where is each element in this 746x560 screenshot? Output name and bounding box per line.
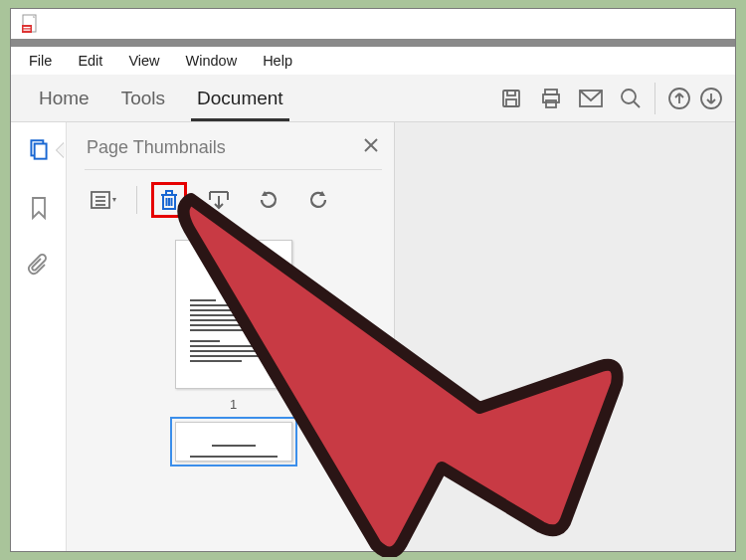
thumbnail-list[interactable]: 1 bbox=[85, 222, 382, 551]
document-area[interactable] bbox=[395, 122, 735, 551]
menu-edit[interactable]: Edit bbox=[78, 53, 102, 69]
tab-home[interactable]: Home bbox=[23, 75, 105, 121]
svg-point-11 bbox=[622, 90, 636, 103]
svg-rect-3 bbox=[24, 30, 31, 31]
email-button[interactable] bbox=[571, 79, 611, 118]
print-button[interactable] bbox=[531, 79, 571, 118]
tab-tools[interactable]: Tools bbox=[105, 75, 181, 121]
titlebar-divider bbox=[11, 39, 735, 47]
next-page-button[interactable] bbox=[699, 79, 723, 118]
thumbnail-options-button[interactable] bbox=[87, 182, 122, 218]
bookmarks-rail-button[interactable] bbox=[21, 190, 57, 226]
thumbnail-page-1-label: 1 bbox=[175, 397, 292, 412]
close-panel-button[interactable] bbox=[362, 136, 380, 159]
menu-window[interactable]: Window bbox=[186, 53, 238, 69]
svg-rect-25 bbox=[166, 191, 172, 195]
rotate-cw-button[interactable] bbox=[300, 182, 336, 218]
thumbnail-page-2[interactable] bbox=[175, 422, 292, 462]
search-button[interactable] bbox=[611, 79, 651, 118]
thumb-toolbar-separator bbox=[136, 186, 137, 214]
thumbnails-panel: Page Thumbnails bbox=[67, 122, 395, 551]
svg-rect-9 bbox=[546, 100, 556, 107]
titlebar bbox=[11, 9, 735, 39]
svg-rect-1 bbox=[22, 25, 32, 33]
svg-rect-2 bbox=[24, 27, 31, 28]
menu-file[interactable]: File bbox=[29, 53, 52, 69]
page-preview-1 bbox=[175, 240, 292, 389]
menu-view[interactable]: View bbox=[128, 53, 159, 69]
app-pdf-icon bbox=[21, 14, 41, 34]
svg-rect-6 bbox=[506, 99, 516, 106]
panel-title: Page Thumbnails bbox=[87, 137, 226, 158]
thumbnails-rail-button[interactable] bbox=[21, 132, 57, 168]
save-button[interactable] bbox=[491, 79, 531, 118]
rotate-ccw-button[interactable] bbox=[251, 182, 286, 218]
delete-page-button[interactable] bbox=[151, 182, 187, 218]
thumbnail-page-1[interactable]: 1 bbox=[175, 240, 292, 412]
prev-page-button[interactable] bbox=[659, 79, 699, 118]
tab-document[interactable]: Document bbox=[181, 75, 299, 121]
page-preview-2 bbox=[175, 422, 292, 462]
menu-help[interactable]: Help bbox=[263, 53, 292, 69]
svg-rect-5 bbox=[507, 91, 515, 95]
svg-line-12 bbox=[634, 101, 640, 107]
main-toolbar: Home Tools Document bbox=[11, 75, 735, 122]
toolbar-separator bbox=[654, 83, 655, 114]
workspace: Page Thumbnails bbox=[11, 122, 735, 551]
thumbnails-toolbar bbox=[85, 170, 382, 222]
svg-rect-16 bbox=[34, 144, 46, 159]
left-rail bbox=[11, 122, 67, 551]
insert-page-button[interactable] bbox=[201, 182, 237, 218]
menubar: File Edit View Window Help bbox=[11, 47, 735, 75]
app-window: File Edit View Window Help Home Tools Do… bbox=[10, 8, 736, 552]
attachments-rail-button[interactable] bbox=[21, 248, 57, 283]
